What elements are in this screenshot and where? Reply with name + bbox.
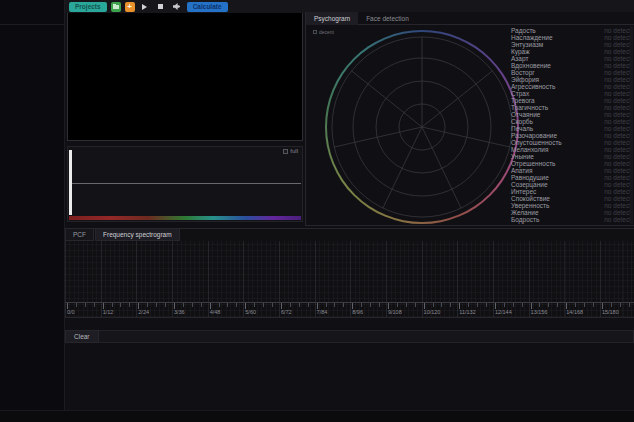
play-button[interactable]: [139, 1, 151, 13]
play-icon: [142, 4, 147, 10]
emotion-value: no detect: [604, 76, 631, 83]
emotion-label: Уныние: [511, 153, 534, 160]
time-axis-label: 4/48: [210, 309, 221, 315]
emotion-row: Наслаждение no detect: [511, 34, 631, 41]
emotion-row: Разочарование no detect: [511, 132, 631, 139]
add-button[interactable]: +: [125, 2, 135, 12]
emotion-row: Скорбь no detect: [511, 118, 631, 125]
emotion-row: Восторг no detect: [511, 69, 631, 76]
emotion-row: Бодрость no detect: [511, 216, 631, 223]
time-axis-label: 2/24: [138, 309, 149, 315]
emotion-row: Опустошенность no detect: [511, 139, 631, 146]
emotion-value: no detect: [604, 118, 631, 125]
emotion-label: Отчаяние: [511, 111, 540, 118]
emotion-value: no detect: [604, 83, 631, 90]
emotion-value: no detect: [604, 55, 631, 62]
emotion-row: Апатия no detect: [511, 167, 631, 174]
emotion-value: no detect: [604, 97, 631, 104]
emotion-value: no detect: [604, 139, 631, 146]
emotion-value: no detect: [604, 111, 631, 118]
tab-frequency-spectrogram[interactable]: Frequency spectrogram: [95, 229, 180, 241]
emotion-value: no detect: [604, 181, 631, 188]
emotion-label: Меланхолия: [511, 146, 548, 153]
emotion-row: Уныние no detect: [511, 153, 631, 160]
full-label: full: [290, 148, 298, 154]
polar-grid: [325, 30, 519, 224]
time-axis-labels: 0/01/122/243/364/485/606/727/848/969/108…: [65, 309, 634, 316]
sidebar-header: [0, 0, 64, 25]
open-folder-button[interactable]: [111, 2, 121, 12]
emotion-list: Радость no detect Наслаждение no detect …: [511, 27, 631, 223]
volume-button[interactable]: [171, 1, 183, 13]
emotion-label: Уверенность: [511, 202, 549, 209]
emotion-row: Тревога no detect: [511, 97, 631, 104]
emotion-value: no detect: [604, 153, 631, 160]
stop-icon: [158, 4, 164, 10]
waveform-colorbar: [69, 216, 301, 220]
emotion-label: Энтузиазм: [511, 41, 543, 48]
waveform-baseline: [72, 183, 301, 184]
emotion-row: Азарт no detect: [511, 55, 631, 62]
time-axis-label: 12/144: [495, 309, 512, 315]
emotion-value: no detect: [604, 104, 631, 111]
waveform-panel: full: [67, 146, 303, 222]
emotion-row: Кураж no detect: [511, 48, 631, 55]
emotion-row: Эйфория no detect: [511, 76, 631, 83]
emotion-label: Страх: [511, 90, 529, 97]
emotion-label: Агрессивность: [511, 83, 555, 90]
emotion-row: Отчаяние no detect: [511, 111, 631, 118]
psychogram-tab-bar: Psychogram Face detection: [306, 12, 634, 25]
emotion-label: Вдохновение: [511, 62, 551, 69]
emotion-row: Спокойствие no detect: [511, 195, 631, 202]
projects-button[interactable]: Projects: [69, 2, 107, 12]
time-axis-label: 11/132: [459, 309, 475, 315]
stop-button[interactable]: [155, 1, 167, 13]
emotion-value: no detect: [604, 125, 631, 132]
psychogram-panel: Psychogram Face detection decent: [305, 12, 634, 226]
clear-bar-track: [99, 330, 634, 343]
emotion-value: no detect: [604, 41, 631, 48]
tab-psychogram[interactable]: Psychogram: [306, 12, 358, 25]
emotion-label: Эйфория: [511, 76, 539, 83]
projects-sidebar: [0, 0, 65, 422]
time-axis-label: 14/168: [566, 309, 583, 315]
spectrogram-panel: PCF Frequency spectrogram 0/01/122/243/3…: [65, 228, 634, 318]
speaker-icon: [173, 3, 181, 10]
time-axis-label: 1/12: [103, 309, 114, 315]
emotion-row: Интерес no detect: [511, 188, 631, 195]
emotion-label: Апатия: [511, 167, 532, 174]
emotion-row: Энтузиазм no detect: [511, 41, 631, 48]
calculate-button[interactable]: Calculate: [187, 2, 228, 12]
emotion-value: no detect: [604, 69, 631, 76]
psychogram-polar-chart: [325, 30, 519, 224]
time-axis-label: 3/36: [174, 309, 185, 315]
emotion-value: no detect: [604, 146, 631, 153]
emotion-label: Опустошенность: [511, 139, 562, 146]
emotion-label: Равнодушие: [511, 174, 549, 181]
spectrogram-canvas[interactable]: 0/01/122/243/364/485/606/727/848/969/108…: [65, 241, 634, 317]
emotion-value: no detect: [604, 48, 631, 55]
time-axis-label: 5/60: [245, 309, 256, 315]
emotion-label: Радость: [511, 27, 536, 34]
full-checkbox[interactable]: [283, 149, 288, 154]
emotions-scrollbar[interactable]: [630, 26, 633, 224]
emotion-row: Трагичность no detect: [511, 104, 631, 111]
emotion-label: Трагичность: [511, 104, 548, 111]
emotion-row: Страх no detect: [511, 90, 631, 97]
emotion-label: Спокойствие: [511, 195, 550, 202]
emotion-row: Радость no detect: [511, 27, 631, 34]
spectrogram-tab-bar: PCF Frequency spectrogram: [65, 229, 634, 241]
emotion-value: no detect: [604, 34, 631, 41]
emotion-label: Созерцание: [511, 181, 548, 188]
clear-button[interactable]: Clear: [65, 330, 99, 343]
legend-checkbox[interactable]: [313, 30, 317, 34]
emotion-value: no detect: [604, 27, 631, 34]
emotion-label: Отрешенность: [511, 160, 556, 167]
emotion-row: Агрессивность no detect: [511, 83, 631, 90]
emotion-value: no detect: [604, 62, 631, 69]
tab-face-detection[interactable]: Face detection: [358, 12, 417, 25]
time-axis-label: 13/156: [531, 309, 548, 315]
emotion-value: no detect: [604, 174, 631, 181]
tab-pcf[interactable]: PCF: [65, 229, 94, 241]
emotion-row: Созерцание no detect: [511, 181, 631, 188]
